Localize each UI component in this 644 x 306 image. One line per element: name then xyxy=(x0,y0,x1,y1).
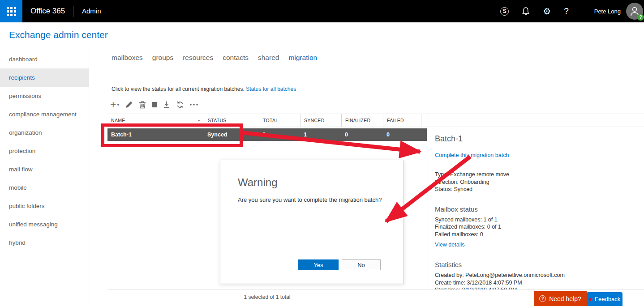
cell-total: 1 xyxy=(259,132,300,138)
exchange-admin-center-screen: Office 365 Admin S ⚙ ? Pete Long ? Excha… xyxy=(0,0,644,306)
tab-migration[interactable]: migration xyxy=(288,54,317,62)
heart-icon: ♥ xyxy=(589,296,592,302)
mailbox-status-synced: Synced mailboxes: 1 of 1 xyxy=(435,216,635,224)
sidebar-item-mail-flow[interactable]: mail flow xyxy=(0,160,89,178)
tab-resources[interactable]: resources xyxy=(183,54,213,62)
batch-title: Batch-1 xyxy=(435,134,635,144)
admin-section-label: Admin xyxy=(82,0,101,22)
tab-shared[interactable]: shared xyxy=(258,54,279,62)
user-name: Pete Long xyxy=(594,8,621,15)
topbar: Office 365 Admin S ⚙ ? Pete Long ? xyxy=(0,0,644,22)
sidebar-item-hybrid[interactable]: hybrid xyxy=(0,234,89,252)
dialog-title: Warning xyxy=(238,176,277,189)
no-button[interactable]: No xyxy=(342,259,381,270)
stop-icon xyxy=(152,102,157,107)
column-header-status[interactable]: STATUS xyxy=(204,114,259,127)
refresh-button[interactable] xyxy=(176,101,184,109)
cell-finalized: 0 xyxy=(341,132,383,138)
mailbox-status-heading: Mailbox status xyxy=(435,205,635,213)
sidebar-item-recipients[interactable]: recipients xyxy=(0,68,89,87)
download-button[interactable] xyxy=(163,101,170,109)
mailbox-status-lines: Synced mailboxes: 1 of 1 Finalized mailb… xyxy=(435,216,635,238)
app-launcher-button[interactable] xyxy=(0,0,22,22)
sidebar-item-protection[interactable]: protection xyxy=(0,142,89,160)
sidebar-item-dashboard[interactable]: dashboard xyxy=(0,50,89,68)
download-icon xyxy=(163,101,170,109)
more-button[interactable] xyxy=(190,104,198,106)
mailbox-status-failed: Failed mailboxes: 0 xyxy=(435,231,635,238)
column-header-synced[interactable]: SYNCED xyxy=(300,114,341,127)
notifications-bell-icon[interactable] xyxy=(522,7,530,16)
topbar-right-group: S ⚙ ? Pete Long ? xyxy=(500,0,643,22)
column-header-filler xyxy=(421,114,427,127)
waffle-icon xyxy=(7,7,16,16)
trash-icon xyxy=(139,101,146,109)
statistics-lines: Created by: PeteLong@petenetlive.onmicro… xyxy=(435,272,635,289)
cell-name: Batch-1 xyxy=(107,132,204,138)
sidebar: dashboard recipients permissions complia… xyxy=(0,50,89,306)
tab-mailboxes[interactable]: mailboxes xyxy=(112,54,143,62)
status-line-text: Click to view the status for all current… xyxy=(112,86,245,92)
sidebar-item-mobile[interactable]: mobile xyxy=(0,178,89,197)
user-avatar[interactable]: ? xyxy=(626,3,643,20)
yes-button[interactable]: Yes xyxy=(298,259,339,270)
delete-button[interactable] xyxy=(139,101,146,109)
sort-ascending-icon: ▲ xyxy=(197,119,201,122)
batch-properties: Type: Exchange remote move Direction: On… xyxy=(435,171,635,193)
column-header-total[interactable]: TOTAL xyxy=(259,114,300,127)
brand-divider xyxy=(73,6,73,17)
prop-direction: Direction: Onboarding xyxy=(435,178,635,186)
sidebar-item-public-folders[interactable]: public folders xyxy=(0,197,89,215)
sidebar-item-unified-messaging[interactable]: unified messaging xyxy=(0,215,89,234)
column-header-finalized[interactable]: FINALIZED xyxy=(341,114,383,127)
warning-dialog: Warning Are you sure you want to complet… xyxy=(220,160,404,284)
ellipsis-icon xyxy=(190,104,198,106)
caret-down-icon: ▾ xyxy=(117,102,119,107)
stat-start-time: Start time: 3/12/2018 4:07:59 PM xyxy=(435,286,635,289)
refresh-icon xyxy=(176,101,184,109)
column-header-failed[interactable]: FAILED xyxy=(383,114,421,127)
help-circle-icon: ? xyxy=(539,295,546,302)
sidebar-item-organization[interactable]: organization xyxy=(0,123,89,142)
dialog-actions: Yes No xyxy=(298,259,381,270)
cell-status: Synced xyxy=(204,132,259,138)
status-for-all-batches-link[interactable]: Status for all batches xyxy=(246,86,296,92)
migration-toolbar: + ▾ xyxy=(110,99,198,110)
prop-status: Status: Synced xyxy=(435,186,635,193)
avatar-help-badge-icon: ? xyxy=(637,14,644,21)
table-row-batch-1[interactable]: Batch-1 Synced 1 1 0 0 xyxy=(107,128,427,141)
settings-gear-icon[interactable]: ⚙ xyxy=(543,7,551,16)
skype-icon[interactable]: S xyxy=(500,7,509,16)
batch-detail-panel: Batch-1 Complete this migration batch Ty… xyxy=(428,114,644,289)
edit-button[interactable] xyxy=(125,101,133,109)
mailbox-status-finalized: Finalized mailboxes: 0 of 1 xyxy=(435,223,635,231)
feedback-button[interactable]: ♥ Feedback xyxy=(587,292,623,306)
page-title: Exchange admin center xyxy=(9,30,108,40)
complete-migration-batch-link[interactable]: Complete this migration batch xyxy=(435,152,509,158)
prop-type: Type: Exchange remote move xyxy=(435,171,635,178)
selection-status: 1 selected of 1 total xyxy=(107,294,427,300)
migration-status-line: Click to view the status for all current… xyxy=(112,86,296,92)
help-icon[interactable]: ? xyxy=(564,7,569,16)
add-button[interactable]: + ▾ xyxy=(110,100,119,109)
pencil-icon xyxy=(125,101,133,109)
tab-contacts[interactable]: contacts xyxy=(223,54,249,62)
plus-icon: + xyxy=(110,100,116,109)
batch-table-header: NAME ▲ STATUS TOTAL SYNCED FINALIZED FAI… xyxy=(107,114,427,127)
column-header-name[interactable]: NAME ▲ xyxy=(107,114,204,127)
sidebar-item-compliance-management[interactable]: compliance management xyxy=(0,105,89,123)
recipients-tabs: mailboxes groups resources contacts shar… xyxy=(112,54,317,62)
stat-created-by: Created by: PeteLong@petenetlive.onmicro… xyxy=(435,272,635,279)
sidebar-item-permissions[interactable]: permissions xyxy=(0,87,89,105)
tab-groups[interactable]: groups xyxy=(152,54,173,62)
cell-failed: 0 xyxy=(383,132,421,138)
need-help-button[interactable]: ? Need help? xyxy=(534,291,587,306)
office-365-brand: Office 365 xyxy=(30,0,65,22)
stop-button[interactable] xyxy=(152,102,157,107)
cell-synced: 1 xyxy=(300,132,341,138)
view-details-link[interactable]: View details xyxy=(435,242,464,248)
stat-create-time: Create time: 3/12/2018 4:07:59 PM xyxy=(435,279,635,287)
dialog-message: Are you sure you want to complete the mi… xyxy=(238,196,382,203)
statistics-heading: Statistics xyxy=(435,261,635,268)
